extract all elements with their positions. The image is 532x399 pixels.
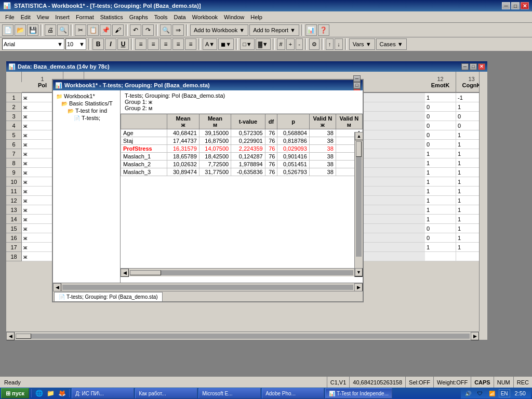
quick-launch-folder[interactable]: 📁 bbox=[45, 388, 56, 398]
font-color-button[interactable]: A▼ bbox=[203, 38, 217, 50]
emotk-cell[interactable]: 0 bbox=[425, 102, 456, 112]
results-vscrollbar[interactable]: ▲ ▼ bbox=[354, 132, 363, 276]
maximize-button[interactable]: □ bbox=[511, 2, 520, 9]
tree-basic-stats[interactable]: 📂 Basic Statistics/T bbox=[55, 100, 118, 107]
underline-button[interactable]: U bbox=[117, 38, 129, 50]
results-scroll-up[interactable]: ▲ bbox=[355, 132, 363, 140]
paste-button[interactable]: 📌 bbox=[100, 24, 111, 36]
taskbar-btn-dispatcher[interactable]: Д: ИС ПИ\... bbox=[72, 388, 134, 398]
emotk-cell[interactable]: 1 bbox=[425, 177, 456, 187]
results-scroll-down[interactable]: ▼ bbox=[355, 268, 363, 276]
menu-view[interactable]: View bbox=[34, 13, 52, 21]
justify-button[interactable]: ≡ bbox=[172, 38, 184, 50]
menu-graphs[interactable]: Graphs bbox=[126, 13, 151, 21]
scroll-track[interactable] bbox=[16, 334, 470, 339]
emotk-cell[interactable]: 1 bbox=[425, 243, 456, 252]
data-maximize-btn[interactable]: □ bbox=[470, 63, 477, 70]
save-button[interactable]: 💾 bbox=[27, 24, 38, 36]
emotk-cell[interactable]: 1 bbox=[425, 158, 456, 168]
align-left-button[interactable]: ≡ bbox=[135, 38, 147, 50]
wb-tab-ttests[interactable]: 📄 T-tests; Grouping: Pol (Baza_demo.sta) bbox=[54, 292, 163, 301]
add-to-report-button[interactable]: Add to Report ▼ bbox=[249, 24, 299, 36]
align-right-button[interactable]: ≡ bbox=[160, 38, 171, 50]
menu-insert[interactable]: Insert bbox=[52, 13, 73, 21]
format-brush[interactable]: 🖌 bbox=[112, 24, 124, 36]
fill-button[interactable]: ▓▼ bbox=[256, 38, 271, 50]
menu-data[interactable]: Data bbox=[171, 13, 189, 21]
menu-statistics[interactable]: Statistics bbox=[97, 13, 126, 21]
taskbar-btn-kak[interactable]: Как работ... bbox=[135, 388, 197, 398]
copy-button[interactable]: 📋 bbox=[87, 24, 99, 36]
print-button[interactable]: 🖨 bbox=[45, 24, 56, 36]
italic-button[interactable]: I bbox=[105, 38, 116, 50]
emotk-cell[interactable]: 1 bbox=[425, 205, 456, 215]
lang-indicator[interactable]: EN bbox=[499, 389, 510, 397]
horizontal-scrollbar[interactable]: ◀ ▶ bbox=[6, 331, 479, 340]
number-inc-button[interactable]: + bbox=[286, 38, 295, 50]
emotk-cell[interactable]: 0 bbox=[425, 140, 456, 149]
emotk-cell[interactable]: 0 bbox=[425, 112, 456, 121]
scroll-left-btn[interactable]: ◀ bbox=[6, 332, 15, 340]
cases-button[interactable]: Cases ▼ bbox=[376, 38, 407, 50]
align-center-button[interactable]: ≡ bbox=[148, 38, 159, 50]
redo-button[interactable]: ↷ bbox=[142, 24, 154, 36]
emotk-cell[interactable]: 0 bbox=[425, 233, 456, 243]
tray-icon1[interactable]: 🔊 bbox=[463, 388, 473, 398]
close-button[interactable]: ✕ bbox=[521, 2, 529, 9]
size-selector[interactable]: 10 ▼ bbox=[65, 38, 86, 50]
number-format-button[interactable]: # bbox=[277, 38, 285, 50]
font-selector[interactable]: Arial ▼ bbox=[2, 38, 64, 50]
highlight-button[interactable]: ◼▼ bbox=[218, 38, 234, 50]
taskbar-btn-statistica[interactable]: 📊 T-Test for Independe... bbox=[325, 388, 392, 398]
emotk-cell[interactable]: 1 bbox=[425, 149, 456, 158]
wb-maximize-btn[interactable]: □ bbox=[353, 82, 361, 89]
new-button[interactable]: 📄 bbox=[2, 24, 14, 36]
bold-button[interactable]: B bbox=[92, 38, 104, 50]
scroll-right-btn[interactable]: ▶ bbox=[471, 332, 479, 340]
menu-edit[interactable]: Edit bbox=[18, 13, 34, 21]
add-to-workbook-button[interactable]: Add to Workbook ▼ bbox=[190, 24, 248, 36]
menu-file[interactable]: File bbox=[2, 13, 18, 21]
emotk-cell[interactable]: 0 bbox=[425, 130, 456, 140]
sort-desc-button[interactable]: ↓ bbox=[335, 38, 343, 50]
find-next-button[interactable]: ⇒ bbox=[172, 24, 184, 36]
vertical-scrollbar[interactable] bbox=[479, 72, 487, 331]
start-button[interactable]: ⊞ пуск bbox=[1, 388, 29, 398]
tray-icon2[interactable]: 🛡 bbox=[475, 388, 485, 398]
tools-buttons[interactable]: ⚙ bbox=[309, 38, 320, 50]
graph-button[interactable]: 📊 bbox=[305, 24, 317, 36]
tree-workbook[interactable]: 📁 Workbook1* bbox=[55, 92, 118, 100]
emotk-cell[interactable] bbox=[425, 252, 456, 261]
minimize-button[interactable]: ─ bbox=[502, 2, 510, 9]
menu-help[interactable]: Help bbox=[247, 13, 265, 21]
wb-scroll-right[interactable]: ▶ bbox=[354, 283, 363, 291]
sort-asc-button[interactable]: ↑ bbox=[326, 38, 334, 50]
emotk-cell[interactable]: 1 bbox=[425, 187, 456, 196]
results-hscrollbar[interactable]: ◀ ▶ bbox=[121, 268, 363, 276]
mixed-align[interactable]: ≡ bbox=[185, 38, 196, 50]
find-button[interactable]: 🔍 bbox=[160, 24, 171, 36]
number-dec-button[interactable]: - bbox=[296, 38, 303, 50]
tray-icon3[interactable]: 📶 bbox=[487, 388, 497, 398]
results-scroll-track[interactable] bbox=[130, 270, 353, 275]
menu-window[interactable]: Window bbox=[221, 13, 247, 21]
emotk-cell[interactable]: 1 bbox=[425, 215, 456, 224]
data-minimize-btn[interactable]: ─ bbox=[461, 63, 469, 70]
taskbar-btn-adobe[interactable]: Adobe Pho... bbox=[262, 388, 324, 398]
cut-button[interactable]: ✂ bbox=[75, 24, 86, 36]
undo-button[interactable]: ↶ bbox=[130, 24, 141, 36]
border-button[interactable]: □▼ bbox=[240, 38, 255, 50]
menu-workbook[interactable]: Workbook bbox=[189, 13, 221, 21]
tree-ttests[interactable]: 📄 T-tests; bbox=[55, 114, 118, 122]
open-button[interactable]: 📂 bbox=[15, 24, 26, 36]
emotk-cell[interactable]: 1 bbox=[425, 196, 456, 205]
emotk-cell[interactable]: 1 bbox=[425, 168, 456, 177]
wb-minimize-btn[interactable]: ─ bbox=[353, 75, 361, 82]
quick-launch-ie[interactable]: 🌐 bbox=[34, 388, 44, 398]
emotk-cell[interactable]: 0 bbox=[425, 224, 456, 233]
data-close-btn[interactable]: ✕ bbox=[478, 63, 485, 70]
menu-tools[interactable]: Tools bbox=[151, 13, 171, 21]
preview-button[interactable]: 🔍 bbox=[57, 24, 69, 36]
help-button[interactable]: ❓ bbox=[318, 24, 329, 36]
tree-ttest-ind[interactable]: 📂 T-test for ind bbox=[55, 107, 118, 114]
